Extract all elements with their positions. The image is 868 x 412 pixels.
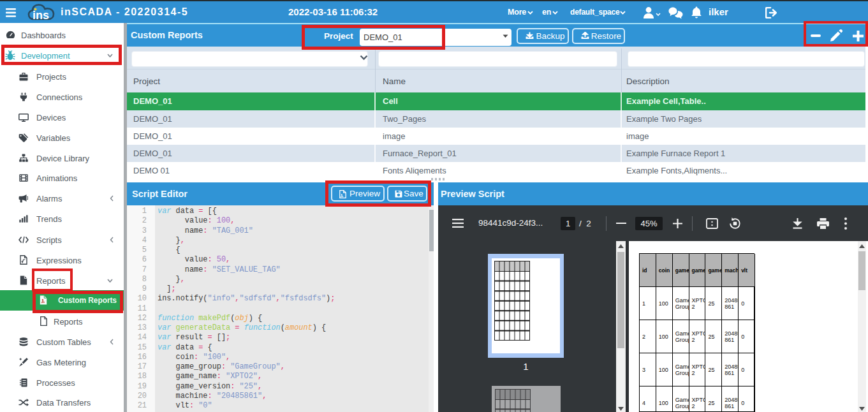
svg-text:ins: ins	[33, 9, 49, 22]
